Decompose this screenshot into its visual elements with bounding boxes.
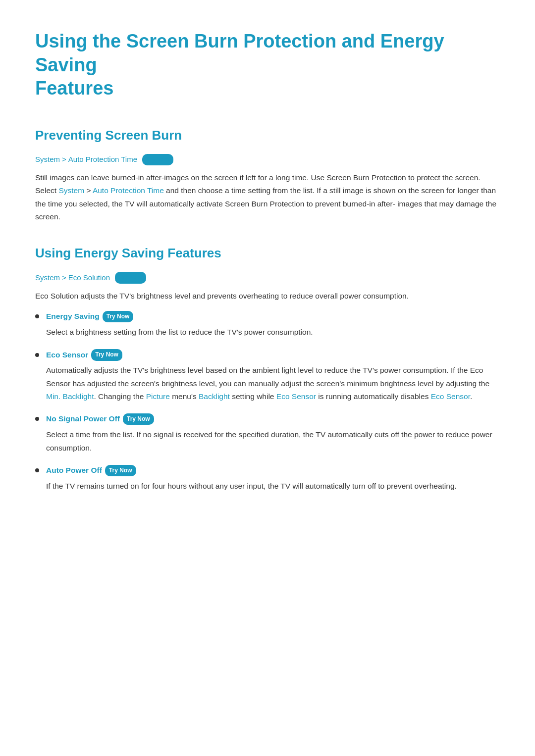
eco-sensor-link-2[interactable]: Eco Sensor bbox=[431, 392, 470, 401]
try-now-badge-energy[interactable]: Try Now bbox=[115, 272, 146, 283]
bullet-title-energy-saving: Energy Saving Try Now bbox=[46, 310, 500, 323]
breadcrumb-separator: > bbox=[62, 153, 66, 165]
section-energy-saving: Using Energy Saving Features System > Ec… bbox=[35, 243, 500, 493]
energy-bullet-list: Energy Saving Try Now Select a brightnes… bbox=[35, 310, 500, 493]
bullet-title-no-signal: No Signal Power Off Try Now bbox=[46, 413, 500, 425]
energy-intro: Eco Solution adjusts the TV's brightness… bbox=[35, 290, 500, 302]
try-now-badge-auto-power-off[interactable]: Try Now bbox=[105, 465, 136, 476]
bullet-body-auto-power-off: If the TV remains turned on for four hou… bbox=[46, 480, 500, 493]
system-link-1[interactable]: System bbox=[58, 186, 84, 195]
breadcrumb-eco-solution[interactable]: Eco Solution bbox=[68, 272, 110, 284]
screen-burn-body: Still images can leave burned-in after-i… bbox=[35, 171, 500, 223]
breadcrumb-auto-protection[interactable]: Auto Protection Time bbox=[68, 153, 137, 165]
bullet-content-energy-saving: Energy Saving Try Now Select a brightnes… bbox=[46, 310, 500, 339]
bullet-content-no-signal: No Signal Power Off Try Now Select a tim… bbox=[46, 413, 500, 454]
bullet-content-auto-power-off: Auto Power Off Try Now If the TV remains… bbox=[46, 464, 500, 493]
try-now-badge-no-signal[interactable]: Try Now bbox=[123, 413, 154, 425]
list-item-auto-power-off: Auto Power Off Try Now If the TV remains… bbox=[35, 464, 500, 493]
section-screen-burn-title: Preventing Screen Burn bbox=[35, 125, 500, 146]
energy-breadcrumb: System > Eco Solution Try Now bbox=[35, 272, 500, 284]
page-title: Using the Screen Burn Protection and Ene… bbox=[35, 30, 500, 101]
section-energy-title: Using Energy Saving Features bbox=[35, 243, 500, 264]
bullet-dot-no-signal bbox=[35, 417, 39, 421]
backlight-link[interactable]: Backlight bbox=[199, 392, 230, 401]
section-screen-burn: Preventing Screen Burn System > Auto Pro… bbox=[35, 125, 500, 224]
picture-link[interactable]: Picture bbox=[146, 392, 170, 401]
auto-protection-link[interactable]: Auto Protection Time bbox=[93, 186, 164, 195]
list-item-energy-saving: Energy Saving Try Now Select a brightnes… bbox=[35, 310, 500, 339]
eco-sensor-link-1[interactable]: Eco Sensor bbox=[276, 392, 316, 401]
list-item-no-signal: No Signal Power Off Try Now Select a tim… bbox=[35, 413, 500, 454]
page-title-line2: Features bbox=[35, 78, 113, 99]
bullet-dot-auto-power-off bbox=[35, 468, 39, 472]
list-item-eco-sensor: Eco Sensor Try Now Automatically adjusts… bbox=[35, 349, 500, 403]
bullet-body-eco-sensor: Automatically adjusts the TV's brightnes… bbox=[46, 364, 500, 403]
try-now-badge-screen-burn[interactable]: Try Now bbox=[142, 154, 173, 165]
bullet-title-eco-sensor: Eco Sensor Try Now bbox=[46, 349, 500, 361]
screen-burn-breadcrumb: System > Auto Protection Time Try Now bbox=[35, 153, 500, 165]
bullet-content-eco-sensor: Eco Sensor Try Now Automatically adjusts… bbox=[46, 349, 500, 403]
bullet-dot-energy-saving bbox=[35, 314, 39, 318]
breadcrumb-system[interactable]: System bbox=[35, 153, 60, 165]
bullet-dot-eco-sensor bbox=[35, 353, 39, 357]
try-now-badge-eco-sensor[interactable]: Try Now bbox=[91, 349, 122, 360]
min-backlight-link[interactable]: Min. Backlight bbox=[46, 392, 94, 401]
try-now-badge-energy-saving[interactable]: Try Now bbox=[103, 311, 134, 322]
bullet-body-no-signal: Select a time from the list. If no signa… bbox=[46, 428, 500, 454]
bullet-body-energy-saving: Select a brightness setting from the lis… bbox=[46, 326, 500, 339]
breadcrumb-sep-energy: > bbox=[62, 272, 66, 284]
bullet-title-auto-power-off: Auto Power Off Try Now bbox=[46, 464, 500, 477]
page-title-line1: Using the Screen Burn Protection and Ene… bbox=[35, 31, 444, 75]
breadcrumb-system-energy[interactable]: System bbox=[35, 272, 60, 284]
